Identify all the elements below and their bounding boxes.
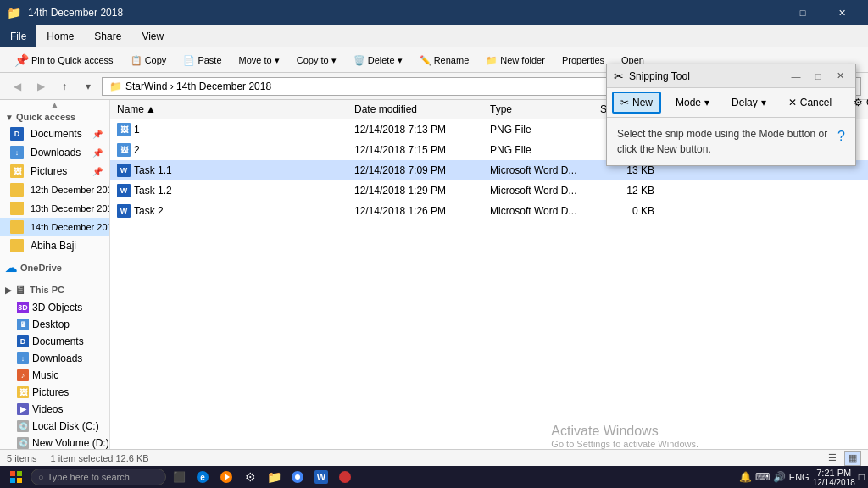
snip-close-button[interactable]: ✕ xyxy=(832,69,849,84)
sidebar-3dobjects[interactable]: 3D 3D Objects xyxy=(0,299,109,316)
notifications-icon[interactable]: 🔔 xyxy=(739,471,752,483)
snip-delay-dropdown: ▾ xyxy=(761,97,766,108)
table-row[interactable]: W Task 2 12/14/2018 1:26 PM Microsoft Wo… xyxy=(110,201,868,221)
snip-minimize-button[interactable]: — xyxy=(787,69,804,84)
title-bar-controls: — □ ✕ xyxy=(744,0,861,25)
date-display: 12/14/2018 xyxy=(813,478,855,487)
desktop-label: Desktop xyxy=(32,319,70,330)
sidebar-local-disk-c[interactable]: 💿 Local Disk (C:) xyxy=(0,418,109,435)
documents-pc-icon: D xyxy=(17,336,29,347)
tab-share[interactable]: Share xyxy=(84,25,131,47)
start-button[interactable] xyxy=(3,467,29,487)
snip-delay-button[interactable]: Delay ▾ xyxy=(724,92,774,113)
table-row[interactable]: W Task 1.2 12/14/2018 1:29 PM Microsoft … xyxy=(110,180,868,201)
sidebar-documents-pc[interactable]: D Documents xyxy=(0,333,109,350)
taskbar-search-placeholder: Type here to search xyxy=(47,472,130,482)
ribbon-tabs: File Home Share View xyxy=(0,25,868,47)
sidebar-item-documents[interactable]: D Documents 📌 xyxy=(0,125,109,143)
pictures-pc-label: Pictures xyxy=(32,386,69,398)
snip-options-icon: ⚙ xyxy=(854,97,863,108)
sidebar-pictures-label: Pictures xyxy=(31,165,67,177)
svg-rect-0 xyxy=(10,471,15,476)
minimize-button[interactable]: — xyxy=(744,0,783,25)
list-view-button[interactable]: ▦ xyxy=(844,451,861,466)
details-view-button[interactable]: ☰ xyxy=(824,451,841,466)
snipping-tool-toolbar: ✂ New Mode ▾ Delay ▾ ✕ Cancel ⚙ Options xyxy=(607,88,855,118)
sidebar-item-abiha[interactable]: Abiha Baji xyxy=(0,236,109,255)
edge-button[interactable]: e xyxy=(192,467,214,487)
up-button[interactable]: ↑ xyxy=(54,76,75,97)
sidebar-this-pc[interactable]: ▶ 🖥 This PC xyxy=(0,280,109,299)
sidebar-12th-label: 12th December 2018 xyxy=(31,185,109,195)
sidebar-downloads-pc[interactable]: ↓ Downloads xyxy=(0,350,109,367)
sidebar-item-pictures[interactable]: 🖼 Pictures 📌 xyxy=(0,162,109,180)
snip-new-button[interactable]: ✂ New xyxy=(612,92,661,114)
cmd-delete[interactable]: 🗑️ Delete ▾ xyxy=(346,52,410,69)
sidebar-music[interactable]: ♪ Music xyxy=(0,367,109,384)
chrome-button[interactable] xyxy=(287,467,309,487)
back-button[interactable]: ◀ xyxy=(7,76,27,97)
sidebar-pictures-pc[interactable]: 🖼 Pictures xyxy=(0,384,109,401)
extra-taskbar-button[interactable] xyxy=(334,467,356,487)
close-button[interactable]: ✕ xyxy=(822,0,861,25)
explorer-button[interactable]: 📁 xyxy=(263,467,285,487)
snip-maximize-button[interactable]: □ xyxy=(810,69,826,84)
col-name-label: Name xyxy=(117,103,144,115)
address-path: StarWind › 14th December 2018 xyxy=(125,80,271,92)
volume-icon[interactable]: 🔊 xyxy=(773,471,786,483)
pictures-icon: 🖼 xyxy=(10,164,24,178)
snip-options-button[interactable]: ⚙ Options xyxy=(846,92,868,113)
recent-button[interactable]: ▾ xyxy=(78,76,98,97)
cmd-paste[interactable]: 📄 Paste xyxy=(175,52,229,69)
col-header-type[interactable]: Type xyxy=(483,100,593,119)
sidebar-item-14th[interactable]: 14th December 2018 xyxy=(0,218,109,236)
snip-cancel-x-icon: ✕ xyxy=(788,97,797,108)
taskbar-search[interactable]: ○ Type here to search xyxy=(31,469,166,485)
svg-rect-3 xyxy=(17,478,22,483)
onedrive-label: OneDrive xyxy=(20,263,62,273)
cmd-copy[interactable]: 📋 Copy xyxy=(123,52,175,69)
settings-button[interactable]: ⚙ xyxy=(239,467,261,487)
sidebar-quick-access-header[interactable]: ▼ Quick access xyxy=(0,109,109,125)
word-taskbar-button[interactable]: W xyxy=(310,467,332,487)
snip-cancel-label: Cancel xyxy=(800,97,832,108)
col-header-date[interactable]: Date modified xyxy=(348,100,483,119)
notification-panel-icon[interactable]: □ xyxy=(859,471,865,483)
snipping-tool-icon: ✂ xyxy=(614,69,624,83)
snip-help-icon[interactable]: ? xyxy=(837,126,845,147)
cmd-move[interactable]: Move to ▾ xyxy=(231,52,287,69)
col-header-name[interactable]: Name ▲ xyxy=(110,100,348,119)
cmd-pin-quickaccess[interactable]: 📌Pin to Quick access xyxy=(7,50,121,70)
file-size-task12: 12 KB xyxy=(593,183,661,198)
snip-cancel-button[interactable]: ✕ Cancel xyxy=(781,92,839,113)
keyboard-icon[interactable]: ⌨ xyxy=(755,471,770,483)
maximize-button[interactable]: □ xyxy=(783,0,822,25)
file-type-task2: Microsoft Word D... xyxy=(483,203,593,219)
cmd-copy-to[interactable]: Copy to ▾ xyxy=(289,52,344,69)
file-name-2: 🖼 2 xyxy=(110,141,348,158)
sidebar-onedrive[interactable]: ☁ OneDrive xyxy=(0,258,109,277)
title-bar-title: 14th December 2018 xyxy=(28,7,123,19)
view-controls: ☰ ▦ xyxy=(824,451,861,466)
cmd-newfolder[interactable]: 📁 New folder xyxy=(478,52,553,69)
cmd-rename[interactable]: ✏️ Rename xyxy=(412,52,477,69)
svg-point-12 xyxy=(339,471,351,483)
vlc-button[interactable] xyxy=(215,467,237,487)
folder-abiha-icon xyxy=(10,239,24,252)
sidebar-videos[interactable]: ▶ Videos xyxy=(0,401,109,418)
tab-view[interactable]: View xyxy=(131,25,174,47)
file-type-task12: Microsoft Word D... xyxy=(483,183,593,198)
sidebar-item-13th[interactable]: 13th December 2018 xyxy=(0,199,109,218)
task-view-button[interactable]: ⬛ xyxy=(168,467,190,487)
cmd-properties[interactable]: Properties xyxy=(554,52,612,69)
snip-mode-button[interactable]: Mode ▾ xyxy=(668,92,717,113)
tab-home[interactable]: Home xyxy=(36,25,84,47)
forward-button[interactable]: ▶ xyxy=(31,76,51,97)
sidebar-desktop[interactable]: 🖥 Desktop xyxy=(0,316,109,333)
downloads-pc-icon: ↓ xyxy=(17,352,29,364)
3dobjects-icon: 3D xyxy=(17,302,29,313)
sidebar-item-downloads[interactable]: ↓ Downloads 📌 xyxy=(0,143,109,162)
title-bar-icons: 📁 xyxy=(7,6,21,19)
sidebar-item-12th[interactable]: 12th December 2018 xyxy=(0,180,109,199)
tab-file[interactable]: File xyxy=(0,25,36,47)
